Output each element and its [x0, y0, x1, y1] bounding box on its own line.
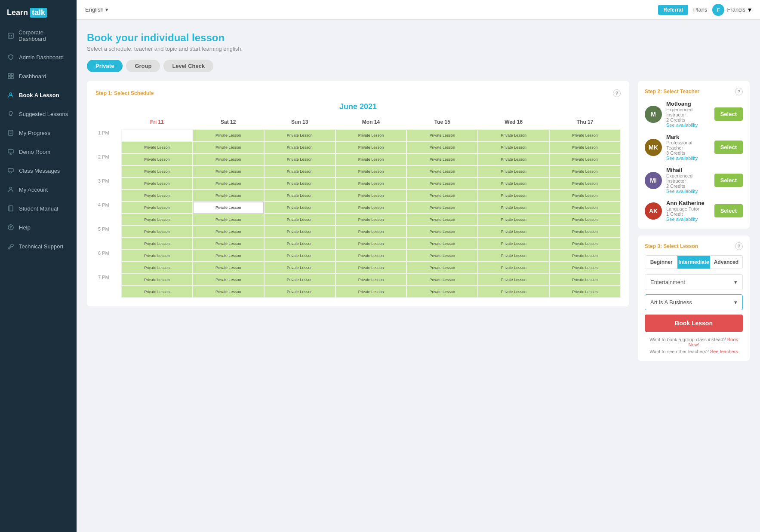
calendar-cell[interactable]: Private Lesson	[121, 262, 193, 274]
calendar-cell[interactable]: Private Lesson	[406, 214, 478, 226]
calendar-cell[interactable]: Private Lesson	[478, 141, 549, 153]
tab-group[interactable]: Group	[126, 60, 160, 72]
calendar-cell[interactable]: Private Lesson	[478, 202, 549, 214]
calendar-cell[interactable]: Private Lesson	[549, 141, 621, 153]
calendar-cell[interactable]: Private Lesson	[264, 165, 335, 177]
calendar-cell[interactable]: Private Lesson	[335, 274, 407, 286]
calendar-cell[interactable]: Private Lesson	[335, 165, 407, 177]
topic-dropdown[interactable]: Art is A Business ▾	[645, 294, 743, 310]
select-teacher-mihail[interactable]: Select	[714, 174, 743, 187]
calendar-cell[interactable]: Private Lesson	[406, 274, 478, 286]
calendar-cell[interactable]	[121, 129, 193, 141]
see-teachers-link[interactable]: See teachers	[710, 349, 738, 354]
sidebar-item-help[interactable]: Help	[0, 218, 77, 237]
sidebar-item-technical-support[interactable]: Technical Support	[0, 237, 77, 256]
select-teacher-ann-katherine[interactable]: Select	[714, 204, 743, 217]
calendar-cell[interactable]: Private Lesson	[264, 274, 335, 286]
calendar-cell[interactable]: Private Lesson	[121, 226, 193, 238]
calendar-cell[interactable]: Private Lesson	[193, 226, 264, 238]
calendar-cell[interactable]: Private Lesson	[121, 238, 193, 250]
calendar-cell[interactable]: Private Lesson	[549, 129, 621, 141]
calendar-cell[interactable]: Private Lesson	[406, 286, 478, 298]
calendar-cell[interactable]: Private Lesson	[121, 177, 193, 190]
calendar-cell[interactable]: Private Lesson	[549, 165, 621, 177]
select-teacher-motloang[interactable]: Select	[714, 107, 743, 121]
book-lesson-button[interactable]: Book Lesson	[645, 315, 743, 332]
calendar-cell[interactable]: Private Lesson	[478, 177, 549, 190]
calendar-cell[interactable]: Private Lesson	[478, 153, 549, 165]
calendar-cell[interactable]: Private Lesson	[406, 129, 478, 141]
calendar-cell[interactable]: Private Lesson	[264, 153, 335, 165]
calendar-cell[interactable]: Private Lesson	[406, 190, 478, 202]
calendar-cell[interactable]: Private Lesson	[193, 141, 264, 153]
sidebar-item-my-progress[interactable]: My Progress	[0, 123, 77, 142]
sidebar-item-suggested-lessons[interactable]: Suggested Lessons	[0, 104, 77, 123]
calendar-cell[interactable]: Private Lesson	[478, 129, 549, 141]
calendar-cell[interactable]: Private Lesson	[478, 262, 549, 274]
category-dropdown[interactable]: Entertainment ▾	[645, 274, 743, 290]
teacher-availability-motloang[interactable]: See availability	[666, 122, 710, 128]
calendar-cell[interactable]: Private Lesson	[193, 129, 264, 141]
calendar-cell[interactable]: Private Lesson	[549, 202, 621, 214]
step3-help-icon[interactable]: ?	[735, 242, 743, 250]
calendar-cell[interactable]: Private Lesson	[406, 226, 478, 238]
sidebar-item-my-account[interactable]: My Account	[0, 180, 77, 199]
calendar-cell[interactable]: Private Lesson	[478, 165, 549, 177]
calendar-cell[interactable]: Private Lesson	[335, 226, 407, 238]
calendar-cell[interactable]: Private Lesson	[406, 177, 478, 190]
teacher-availability-mihail[interactable]: See availability	[666, 189, 710, 194]
calendar-cell[interactable]: Private Lesson	[549, 250, 621, 262]
calendar-cell[interactable]: Private Lesson	[264, 226, 335, 238]
calendar-cell[interactable]: Private Lesson	[121, 286, 193, 298]
level-tab-advanced[interactable]: Advanced	[710, 256, 742, 269]
level-tab-intermediate[interactable]: Intermediate	[677, 256, 710, 269]
sidebar-item-admin-dashboard[interactable]: Admin Dashboard	[0, 48, 77, 67]
calendar-cell[interactable]: Private Lesson	[264, 141, 335, 153]
calendar-cell[interactable]: Private Lesson	[121, 165, 193, 177]
step2-help-icon[interactable]: ?	[735, 88, 743, 95]
calendar-cell[interactable]: Private Lesson	[406, 238, 478, 250]
user-area[interactable]: F Francis ▾	[712, 4, 751, 16]
calendar-cell[interactable]: Private Lesson	[193, 190, 264, 202]
calendar-cell[interactable]: Private Lesson	[478, 274, 549, 286]
calendar-cell[interactable]: Private Lesson	[549, 190, 621, 202]
calendar-cell[interactable]: Private Lesson	[335, 262, 407, 274]
calendar-cell[interactable]: Private Lesson	[193, 250, 264, 262]
calendar-cell[interactable]: Private Lesson	[264, 250, 335, 262]
step1-help-icon[interactable]: ?	[613, 89, 621, 97]
calendar-cell[interactable]: Private Lesson	[549, 153, 621, 165]
calendar-cell[interactable]: Private Lesson	[335, 202, 407, 214]
sidebar-item-demo-room[interactable]: Demo Room	[0, 142, 77, 161]
calendar-cell[interactable]: Private Lesson	[549, 262, 621, 274]
calendar-cell[interactable]: Private Lesson	[121, 202, 193, 214]
calendar-cell[interactable]: Private Lesson	[335, 190, 407, 202]
sidebar-item-book-a-lesson[interactable]: Book A Lesson	[0, 86, 77, 104]
calendar-cell[interactable]: Private Lesson	[121, 141, 193, 153]
calendar-cell[interactable]: Private Lesson	[264, 286, 335, 298]
calendar-cell[interactable]: Private Lesson	[121, 153, 193, 165]
calendar-cell[interactable]: Private Lesson	[264, 202, 335, 214]
calendar-cell[interactable]: Private Lesson	[193, 262, 264, 274]
calendar-cell[interactable]: Private Lesson	[193, 202, 264, 214]
calendar-cell[interactable]: Private Lesson	[406, 202, 478, 214]
calendar-cell[interactable]: Private Lesson	[193, 165, 264, 177]
calendar-cell[interactable]: Private Lesson	[478, 190, 549, 202]
calendar-cell[interactable]: Private Lesson	[193, 274, 264, 286]
calendar-cell[interactable]: Private Lesson	[193, 153, 264, 165]
calendar-cell[interactable]: Private Lesson	[264, 262, 335, 274]
sidebar-item-student-manual[interactable]: Student Manual	[0, 199, 77, 218]
calendar-cell[interactable]: Private Lesson	[549, 238, 621, 250]
calendar-cell[interactable]: Private Lesson	[549, 274, 621, 286]
calendar-cell[interactable]: Private Lesson	[335, 238, 407, 250]
level-tab-beginner[interactable]: Beginner	[645, 256, 677, 269]
calendar-cell[interactable]: Private Lesson	[478, 226, 549, 238]
sidebar-item-class-messages[interactable]: Class Messages	[0, 161, 77, 180]
plans-link[interactable]: Plans	[693, 6, 708, 13]
select-teacher-mark[interactable]: Select	[714, 141, 743, 154]
calendar-cell[interactable]: Private Lesson	[406, 153, 478, 165]
calendar-cell[interactable]: Private Lesson	[264, 238, 335, 250]
calendar-cell[interactable]: Private Lesson	[264, 177, 335, 190]
calendar-cell[interactable]: Private Lesson	[478, 286, 549, 298]
language-selector[interactable]: English ▾	[85, 6, 108, 13]
teacher-availability-ann-katherine[interactable]: See availability	[666, 217, 710, 222]
